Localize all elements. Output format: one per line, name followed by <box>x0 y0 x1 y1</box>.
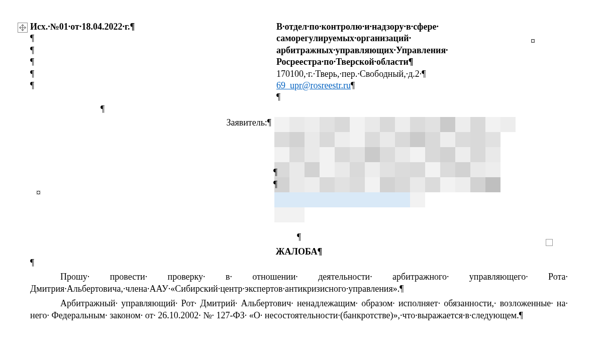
right-pilcrow: ¶ <box>273 179 277 190</box>
recipient-line: саморегулируемых·организаций· <box>276 33 538 44</box>
empty-paragraph: ¶ <box>30 80 271 91</box>
header-right-cell: В·отдел·по·контролю·и·надзору·в·сфере· с… <box>276 21 538 103</box>
table-move-handle[interactable] <box>18 23 28 33</box>
table-resize-handle[interactable] <box>546 239 553 246</box>
recipient-line: арбитражных·управляющих·Управления· <box>276 45 538 56</box>
document-title: ЖАЛОБА¶ <box>30 247 568 257</box>
empty-paragraph: ¶ <box>30 56 271 68</box>
centered-pilcrow: ¶ <box>100 103 568 115</box>
empty-paragraph: ¶ <box>276 91 538 103</box>
empty-paragraph: ¶ <box>30 257 568 269</box>
recipient-line: Росреестра·по·Тверской·области¶ <box>276 56 538 68</box>
applicant-redacted-block <box>274 117 516 222</box>
body-p1-text: Прошу· провести· проверку· в· отношении·… <box>30 272 568 294</box>
body-paragraph-2: Арбитражный· управляющий· Рот· Дмитрий· … <box>30 297 568 322</box>
empty-paragraph: ¶ <box>30 33 271 44</box>
right-pilcrow: ¶ <box>273 167 277 178</box>
document-body[interactable]: Исх.·№01·от·18.04.2022·г.¶ ¶ ¶ ¶ ¶ ¶ В·о… <box>30 21 568 321</box>
applicant-row: Заявитель:¶ <box>30 117 568 222</box>
pilcrow-mark: ¶ <box>351 80 355 90</box>
header-table: Исх.·№01·от·18.04.2022·г.¶ ¶ ¶ ¶ ¶ ¶ В·о… <box>30 21 568 103</box>
outgoing-ref: Исх.·№01·от·18.04.2022·г.¶ <box>30 21 271 33</box>
centered-pilcrow: ¶ <box>30 231 568 243</box>
recipient-line: В·отдел·по·контролю·и·надзору·в·сфере· <box>276 21 538 33</box>
recipient-address: 170100,·г.·Тверь,·пер.·Свободный,·д.2·¶ <box>276 68 538 80</box>
empty-paragraph: ¶ <box>30 45 271 56</box>
body-p2-text: Арбитражный· управляющий· Рот· Дмитрий· … <box>30 298 568 320</box>
recipient-email-line: 69_upr@rosreestr.ru¶ <box>276 80 538 91</box>
redacted-pixelation <box>274 117 516 222</box>
recipient-email-link[interactable]: 69_upr@rosreestr.ru <box>276 80 351 90</box>
applicant-label: Заявитель:¶ <box>30 117 271 222</box>
header-left-cell: Исх.·№01·от·18.04.2022·г.¶ ¶ ¶ ¶ ¶ ¶ <box>30 21 276 103</box>
empty-paragraph: ¶ <box>30 68 271 80</box>
body-paragraph-1: Прошу· провести· проверку· в· отношении·… <box>30 271 568 295</box>
